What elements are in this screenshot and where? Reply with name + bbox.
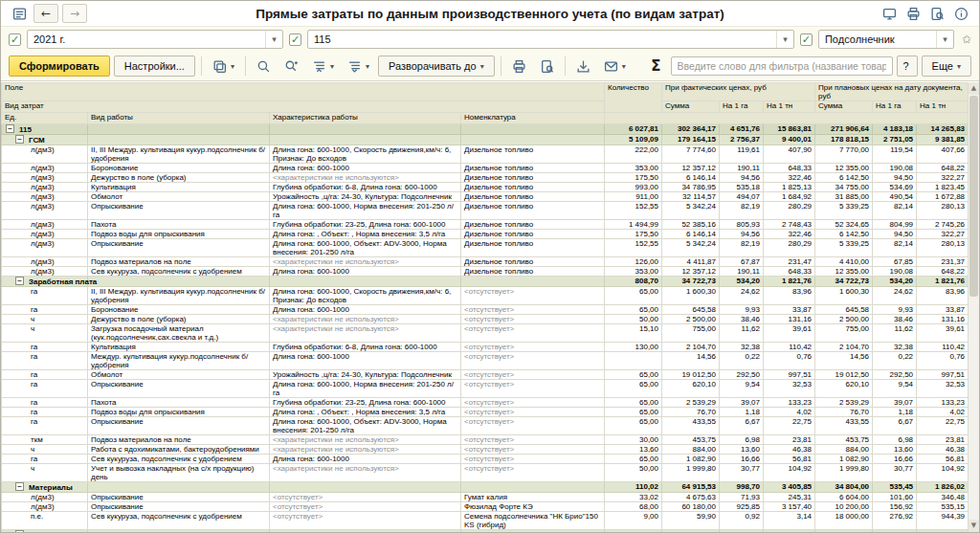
scroll-down-icon[interactable]: ▼ <box>969 520 979 532</box>
report-data-row[interactable]: л(дм3)Опрыскивание<отсутствует>Фюзилад Ф… <box>2 502 969 512</box>
more-button[interactable]: Еще ▾ <box>922 56 971 77</box>
report-data-row[interactable]: ткмПодвоз материалов на поле<характерист… <box>2 435 969 445</box>
generate-button[interactable]: Сформировать <box>9 56 110 77</box>
report-data-row[interactable]: гаПодвоз воды для опрыскиванияДлина гона… <box>2 408 969 417</box>
cell-work-char: <характеристики не используются> <box>270 435 461 445</box>
report-data-row[interactable]: л(дм3)ПахотаГлубина обработки: 23-25, Дл… <box>2 220 969 230</box>
filter-division-checkbox[interactable]: ✓ <box>289 33 301 46</box>
cell-fact-per-tn: 997,51 <box>764 370 815 380</box>
report-data-row[interactable]: чУчет и вывозка накладных (на с/х продук… <box>2 464 969 482</box>
cell-plan-per-tn: 322,27 <box>917 173 969 183</box>
report-data-row[interactable]: л(дм3)ОпрыскиваниеДлина гона: 600-1000, … <box>2 202 969 220</box>
report-group-row[interactable]: −1156 027,81302 364,174 651,7615 863,812… <box>2 124 969 135</box>
send-email-button[interactable]: ▾ <box>599 56 631 77</box>
quick-filter-input[interactable] <box>671 56 893 76</box>
report-data-row[interactable]: гаII, III Междур. культивация кукур.подс… <box>2 287 969 305</box>
report-data-row[interactable]: гаСев кукуруза, подсолнечник с удобрение… <box>2 455 969 464</box>
report-variants-button[interactable]: ▾ <box>208 56 239 77</box>
cell-plan-per-ga: 11,62 <box>873 324 917 343</box>
collapse-group-icon[interactable]: − <box>6 124 14 133</box>
cell-fact-per-ga: 71,93 <box>720 493 764 502</box>
vertical-scrollbar[interactable]: ▲ ▼ <box>968 82 979 532</box>
cell-fact-sum: 5 342,24 <box>662 239 720 257</box>
monitor-icon[interactable] <box>879 4 900 23</box>
filter-culture-select[interactable]: Подсолнечник ▾ <box>818 30 954 49</box>
report-data-row[interactable]: л(дм3)Опрыскивание<отсутствует>Гумат кал… <box>2 493 969 502</box>
scroll-thumb[interactable] <box>969 96 978 297</box>
report-data-row[interactable]: гаКультивацияГлубина обработки: 6-8, Дли… <box>2 343 969 352</box>
cell-plan-sum: 34 804,00 <box>815 482 873 493</box>
info-icon[interactable] <box>950 4 971 23</box>
cell-plan-per-ga: 6,98 <box>873 435 917 445</box>
cell-work-char <box>270 482 461 493</box>
sum-sigma-icon[interactable]: Σ <box>651 57 660 75</box>
collapse-groups-button[interactable]: ▾ <box>307 56 339 77</box>
expand-to-button[interactable]: Разворачивать до ▾ <box>378 56 495 77</box>
report-data-row[interactable]: л(дм3)БоронованиеДлина гона: 600-1000Диз… <box>2 164 969 173</box>
cell-group-label: −115 <box>2 124 88 135</box>
report-data-row[interactable]: л(дм3)ОбмолотУрожайность ,ц/га: 24-30, К… <box>2 192 969 202</box>
collapse-group-icon[interactable]: − <box>15 482 24 491</box>
report-data-row[interactable]: гаОпрыскиваниеДлина гона: 600-1000, Объе… <box>2 417 969 435</box>
report-data-row[interactable]: л(дм3)Сев кукуруза, подсолнечник с удобр… <box>2 267 969 277</box>
report-data-row[interactable]: чРабота с ядохимикатами, бактероудобрени… <box>2 445 969 455</box>
cell-fact-per-tn: 3 405,85 <box>764 482 815 493</box>
help-button[interactable]: ? <box>897 56 918 77</box>
preview-icon[interactable] <box>926 4 947 23</box>
find-button[interactable] <box>252 56 276 77</box>
cell-quantity: 993,00 <box>605 183 662 192</box>
cell-work-type: Подвоз воды для опрыскивания <box>88 408 270 417</box>
cell-plan-per-ga: 190,08 <box>873 267 917 277</box>
filter-division-select[interactable]: 115 ▾ <box>307 30 794 49</box>
filter-period-select[interactable]: 2021 г. ▾ <box>27 30 283 49</box>
cell-quantity: 222,00 <box>605 145 662 164</box>
report-group-row[interactable]: −Материалы110,0264 915,53998,703 405,853… <box>2 482 969 493</box>
cell-work-type: Дежурство в поле (уборка) <box>88 315 270 324</box>
print-preview-button[interactable] <box>535 56 559 77</box>
report-data-row[interactable]: гаПахотаГлубина обработки: 23-25, Длина … <box>2 398 969 408</box>
cell-quantity: 65,00 <box>605 287 662 305</box>
report-data-row[interactable]: гаМеждур. культивация кукур.подсолнечник… <box>2 352 969 370</box>
cell-plan-sum: 178 818,15 <box>815 135 873 145</box>
report-list-icon[interactable] <box>9 4 30 23</box>
filter-period-checkbox[interactable]: ✓ <box>9 33 21 46</box>
chevron-down-icon: ▾ <box>330 62 334 71</box>
cell-quantity: 110,02 <box>605 482 662 493</box>
report-group-row[interactable]: −ГСМ5 109,09179 164,152 756,379 400,0117… <box>2 135 969 145</box>
report-data-row[interactable]: л(дм3)II, III Междур. культивация кукур.… <box>2 145 969 164</box>
report-data-row[interactable]: л(дм3)КультивацияГлубина обработки: 6-8,… <box>2 183 969 192</box>
report-data-row[interactable]: л(дм3)Подвоз материалов на поле<характер… <box>2 257 969 267</box>
cell-plan-per-ga: 534,69 <box>873 183 917 192</box>
report-data-row[interactable]: чЗагрузка посадочный материал (кук.подсо… <box>2 324 969 343</box>
report-data-row[interactable]: гаОпрыскиваниеДлина гона: 600-1000, Норм… <box>2 380 969 398</box>
settings-button[interactable]: Настройки... <box>114 56 195 77</box>
cell-fact-sum: 453,75 <box>662 435 720 445</box>
report-group-row[interactable]: −Заработная плата808,7034 722,73534,201 … <box>2 277 969 287</box>
report-data-row[interactable]: л(дм3)Дежурство в поле (уборка)<характер… <box>2 173 969 183</box>
collapse-group-icon[interactable]: − <box>15 277 24 285</box>
filter-culture-checkbox[interactable]: ✓ <box>800 33 813 46</box>
scroll-up-icon[interactable]: ▲ <box>969 82 979 95</box>
save-settings-star-icon[interactable]: ✩ <box>962 33 971 46</box>
cell-work-type <box>88 135 270 145</box>
cell-plan-per-ga: 94,50 <box>873 173 917 183</box>
report-data-row[interactable]: чДежурство в поле (уборка)<характеристик… <box>2 315 969 324</box>
collapse-group-icon[interactable]: − <box>15 530 24 532</box>
find-next-button[interactable] <box>279 56 303 77</box>
back-button[interactable]: ← <box>33 4 58 23</box>
report-data-row[interactable]: л(дм3)ОпрыскиваниеДлина гона: 600-1000, … <box>2 239 969 257</box>
cell-unit: л(дм3) <box>2 164 88 173</box>
report-data-row[interactable]: гаБоронованиеДлина гона: 600-1000<отсутс… <box>2 305 969 315</box>
forward-button[interactable]: → <box>62 4 87 23</box>
cell-unit: га <box>2 287 88 305</box>
report-data-row[interactable]: гаОбмолотУрожайность ,ц/га: 24-30, Культ… <box>2 370 969 380</box>
print-icon[interactable] <box>902 4 924 23</box>
save-file-button[interactable] <box>571 56 595 77</box>
report-data-row[interactable]: л(дм3)Подвоз воды для опрыскиванияДлина … <box>2 230 969 239</box>
report-data-row[interactable]: п.е.Сев кукуруза, подсолнечник с удобрен… <box>2 512 969 530</box>
collapse-group-icon[interactable]: − <box>15 135 24 144</box>
report-group-row[interactable]: −Распределяемые затраты23 561,76362,491 … <box>2 530 969 533</box>
print-button[interactable] <box>507 56 531 77</box>
expand-groups-button[interactable]: ▾ <box>343 56 374 77</box>
group-label: Распределяемые затраты <box>29 531 128 532</box>
